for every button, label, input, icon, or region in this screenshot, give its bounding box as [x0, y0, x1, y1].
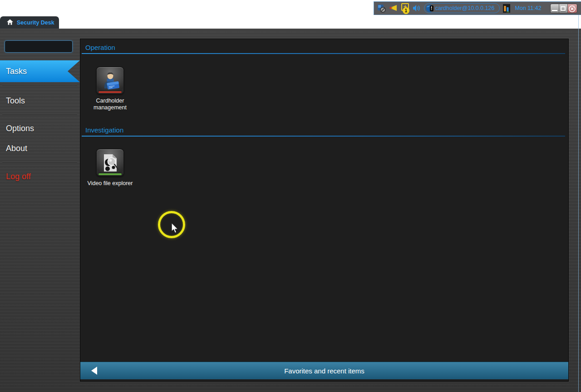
alert-horn-icon[interactable]	[389, 4, 398, 12]
window-controls	[550, 4, 577, 13]
minimize-button[interactable]	[551, 4, 559, 13]
screen-status-icon[interactable]	[377, 4, 386, 13]
section-title-investigation: Investigation	[85, 126, 123, 134]
sidebar-item-tasks[interactable]: Tasks	[0, 60, 80, 82]
home-icon	[7, 19, 13, 27]
tile-label-video-file-explorer: Video file explorer	[80, 180, 140, 187]
maximize-button[interactable]	[559, 4, 568, 13]
tile-label-cardholder-management: Cardholder management	[80, 98, 140, 111]
close-button[interactable]	[568, 4, 577, 13]
favorites-bar-label: Favorites and recent items	[284, 367, 364, 375]
logged-user-label: cardholder@10.0.0.126	[435, 5, 495, 11]
tile-video-file-explorer[interactable]	[96, 149, 124, 176]
sidebar-item-about[interactable]: About	[6, 144, 27, 153]
cardholder-icon	[100, 70, 121, 91]
sidebar: Tasks Tools Options About Log off	[0, 29, 80, 392]
new-events-badge-icon[interactable]: + 1	[401, 3, 409, 14]
health-stats-icon[interactable]	[503, 4, 510, 13]
close-icon	[569, 5, 576, 12]
tile-accent-strip	[98, 91, 122, 93]
search-input[interactable]	[5, 40, 73, 53]
tile-accent-strip	[98, 173, 122, 175]
sidebar-divider	[2, 162, 77, 162]
sidebar-item-label: Tasks	[6, 67, 27, 76]
logged-user-pill[interactable]: ! cardholder@10.0.0.126	[424, 3, 500, 13]
minimize-icon	[552, 10, 557, 11]
warning-badge: !	[430, 5, 433, 11]
tab-label: Security Desk	[17, 20, 54, 26]
sidebar-divider	[2, 85, 77, 86]
event-count-badge: 1	[403, 7, 409, 14]
section-divider	[82, 136, 565, 137]
task-home-panel: Operation Cardholder management Investig…	[80, 39, 569, 382]
collapse-left-icon	[91, 367, 97, 375]
sidebar-item-log-off[interactable]: Log off	[6, 172, 31, 181]
favorites-and-recent-bar[interactable]: Favorites and recent items	[80, 362, 568, 379]
window-edge-highlight	[578, 1, 579, 392]
maximize-icon	[561, 6, 566, 11]
tray-clock: Mon 11:42	[515, 5, 542, 11]
mouse-cursor	[171, 222, 179, 235]
section-divider	[82, 53, 565, 54]
video-file-explorer-icon	[100, 152, 121, 173]
sidebar-item-options[interactable]: Options	[6, 124, 34, 133]
notification-tray: + 1 ! cardholder@10.0.0.126 Mon 11:42	[374, 1, 581, 15]
tab-security-desk[interactable]: Security Desk	[0, 16, 59, 29]
volume-icon[interactable]	[413, 5, 421, 12]
sidebar-item-tools[interactable]: Tools	[6, 96, 25, 106]
sidebar-divider	[2, 114, 77, 115]
tile-cardholder-management[interactable]	[96, 67, 124, 94]
section-title-operation: Operation	[85, 44, 115, 51]
